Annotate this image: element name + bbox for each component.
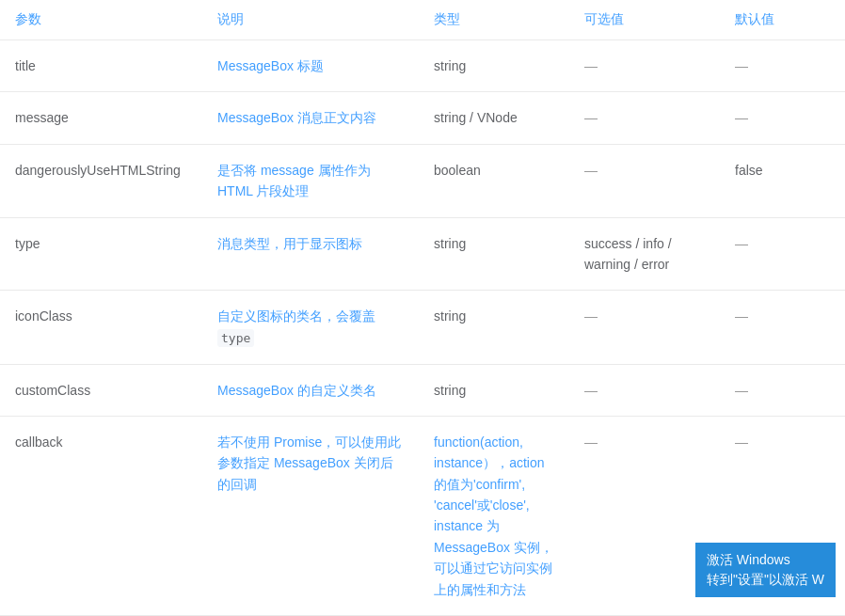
- header-default: 默认值: [720, 0, 845, 40]
- param-name: message: [0, 92, 202, 144]
- param-default: —: [720, 217, 845, 291]
- api-table: 参数 说明 类型 可选值 默认值 title MessageBox 标题 str…: [0, 0, 845, 616]
- inline-code: type: [217, 329, 254, 347]
- windows-watermark: 激活 Windows 转到"设置"以激活 W: [695, 543, 836, 597]
- param-desc: MessageBox 消息正文内容: [202, 92, 419, 144]
- param-desc: 若不使用 Promise，可以使用此参数指定 MessageBox 关闭后的回调: [202, 416, 419, 615]
- dash: —: [584, 58, 598, 73]
- table-row: dangerouslyUseHTMLString 是否将 message 属性作…: [0, 144, 845, 217]
- param-type: string: [419, 40, 569, 92]
- param-default: —: [720, 40, 845, 92]
- dash: —: [584, 163, 598, 178]
- dash: —: [735, 236, 748, 251]
- param-desc: MessageBox 的自定义类名: [202, 364, 419, 416]
- dash: —: [584, 110, 598, 125]
- param-default: —: [720, 364, 845, 416]
- dash: —: [735, 58, 748, 73]
- param-name: title: [0, 40, 202, 92]
- param-desc: 是否将 message 属性作为 HTML 片段处理: [202, 144, 419, 217]
- param-default: false: [720, 144, 845, 217]
- dash: —: [584, 308, 598, 324]
- param-type: string: [419, 217, 569, 291]
- param-options: —: [569, 291, 720, 364]
- table-row: iconClass 自定义图标的类名，会覆盖 type string — —: [0, 291, 845, 364]
- param-options: —: [569, 92, 720, 144]
- param-name: callback: [0, 416, 202, 615]
- param-desc: 自定义图标的类名，会覆盖 type: [202, 291, 419, 364]
- param-name: customClass: [0, 364, 202, 416]
- param-default: —: [720, 291, 845, 364]
- header-desc: 说明: [202, 0, 419, 40]
- table-row: title MessageBox 标题 string — —: [0, 40, 845, 92]
- watermark-line1: 激活 Windows: [707, 550, 824, 570]
- dash: —: [735, 308, 748, 324]
- header-options: 可选值: [569, 0, 720, 40]
- header-param: 参数: [0, 0, 202, 40]
- param-options: —: [569, 364, 720, 416]
- param-name: dangerouslyUseHTMLString: [0, 144, 202, 217]
- dash: —: [584, 434, 598, 450]
- dash: —: [735, 383, 748, 398]
- dash: —: [735, 434, 748, 450]
- table-row: message MessageBox 消息正文内容 string / VNode…: [0, 92, 845, 144]
- watermark-line2: 转到"设置"以激活 W: [707, 570, 824, 590]
- param-options: success / info / warning / error: [569, 217, 720, 291]
- dash: —: [584, 383, 598, 398]
- param-default: —: [720, 92, 845, 144]
- table-row: customClass MessageBox 的自定义类名 string — —: [0, 364, 845, 416]
- param-type: string: [419, 291, 569, 364]
- param-name: iconClass: [0, 291, 202, 364]
- param-desc: 消息类型，用于显示图标: [202, 217, 419, 291]
- param-name: type: [0, 217, 202, 291]
- param-options: —: [569, 40, 720, 92]
- dash: —: [735, 110, 748, 125]
- param-desc: MessageBox 标题: [202, 40, 419, 92]
- param-type: string / VNode: [419, 92, 569, 144]
- param-options: —: [569, 144, 720, 217]
- param-type: boolean: [419, 144, 569, 217]
- table-row: type 消息类型，用于显示图标 string success / info /…: [0, 217, 845, 291]
- param-type: string: [419, 364, 569, 416]
- desc-text: 自定义图标的类名，会覆盖: [217, 308, 375, 324]
- param-type: function(action, instance），action 的值为'co…: [419, 416, 569, 615]
- header-type: 类型: [419, 0, 569, 40]
